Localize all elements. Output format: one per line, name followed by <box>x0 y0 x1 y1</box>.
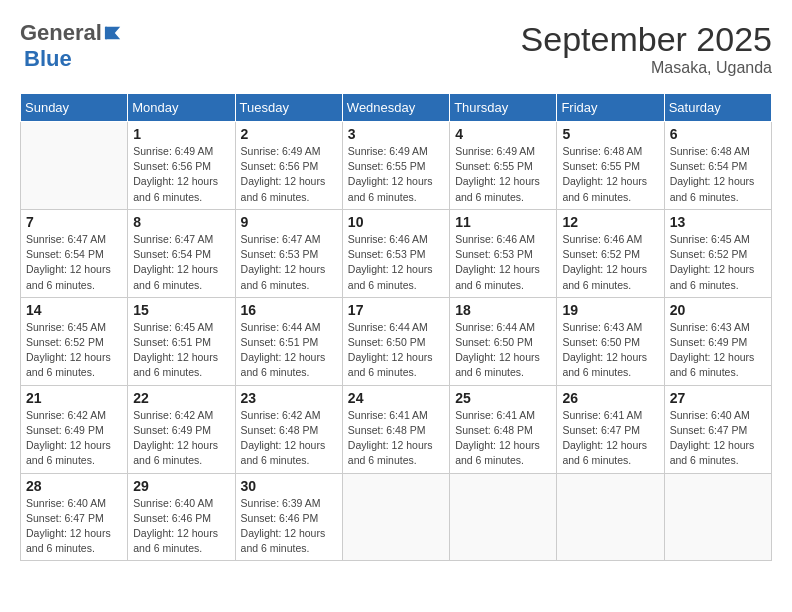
day-number: 26 <box>562 390 658 406</box>
calendar-week-row: 21Sunrise: 6:42 AM Sunset: 6:49 PM Dayli… <box>21 385 772 473</box>
calendar-cell: 29Sunrise: 6:40 AM Sunset: 6:46 PM Dayli… <box>128 473 235 561</box>
day-info: Sunrise: 6:43 AM Sunset: 6:49 PM Dayligh… <box>670 320 766 381</box>
calendar-cell: 1Sunrise: 6:49 AM Sunset: 6:56 PM Daylig… <box>128 122 235 210</box>
calendar-cell: 20Sunrise: 6:43 AM Sunset: 6:49 PM Dayli… <box>664 297 771 385</box>
day-number: 14 <box>26 302 122 318</box>
calendar-cell: 6Sunrise: 6:48 AM Sunset: 6:54 PM Daylig… <box>664 122 771 210</box>
day-number: 30 <box>241 478 337 494</box>
calendar-week-row: 28Sunrise: 6:40 AM Sunset: 6:47 PM Dayli… <box>21 473 772 561</box>
calendar-cell: 2Sunrise: 6:49 AM Sunset: 6:56 PM Daylig… <box>235 122 342 210</box>
calendar-week-row: 14Sunrise: 6:45 AM Sunset: 6:52 PM Dayli… <box>21 297 772 385</box>
day-info: Sunrise: 6:46 AM Sunset: 6:53 PM Dayligh… <box>455 232 551 293</box>
day-number: 11 <box>455 214 551 230</box>
day-info: Sunrise: 6:42 AM Sunset: 6:49 PM Dayligh… <box>26 408 122 469</box>
calendar-header-row: SundayMondayTuesdayWednesdayThursdayFrid… <box>21 94 772 122</box>
day-info: Sunrise: 6:40 AM Sunset: 6:47 PM Dayligh… <box>670 408 766 469</box>
calendar-cell <box>450 473 557 561</box>
day-of-week-header: Thursday <box>450 94 557 122</box>
day-info: Sunrise: 6:48 AM Sunset: 6:55 PM Dayligh… <box>562 144 658 205</box>
day-info: Sunrise: 6:49 AM Sunset: 6:56 PM Dayligh… <box>241 144 337 205</box>
calendar-cell: 11Sunrise: 6:46 AM Sunset: 6:53 PM Dayli… <box>450 209 557 297</box>
day-number: 1 <box>133 126 229 142</box>
day-number: 12 <box>562 214 658 230</box>
day-info: Sunrise: 6:45 AM Sunset: 6:52 PM Dayligh… <box>26 320 122 381</box>
day-info: Sunrise: 6:41 AM Sunset: 6:47 PM Dayligh… <box>562 408 658 469</box>
day-of-week-header: Tuesday <box>235 94 342 122</box>
calendar-cell: 12Sunrise: 6:46 AM Sunset: 6:52 PM Dayli… <box>557 209 664 297</box>
day-number: 6 <box>670 126 766 142</box>
day-number: 17 <box>348 302 444 318</box>
calendar-cell: 22Sunrise: 6:42 AM Sunset: 6:49 PM Dayli… <box>128 385 235 473</box>
calendar-cell: 13Sunrise: 6:45 AM Sunset: 6:52 PM Dayli… <box>664 209 771 297</box>
calendar-cell: 26Sunrise: 6:41 AM Sunset: 6:47 PM Dayli… <box>557 385 664 473</box>
day-number: 23 <box>241 390 337 406</box>
location: Masaka, Uganda <box>521 59 772 77</box>
day-info: Sunrise: 6:49 AM Sunset: 6:56 PM Dayligh… <box>133 144 229 205</box>
day-info: Sunrise: 6:45 AM Sunset: 6:51 PM Dayligh… <box>133 320 229 381</box>
calendar-cell <box>557 473 664 561</box>
month-title: September 2025 <box>521 20 772 59</box>
day-info: Sunrise: 6:42 AM Sunset: 6:49 PM Dayligh… <box>133 408 229 469</box>
day-number: 22 <box>133 390 229 406</box>
day-info: Sunrise: 6:46 AM Sunset: 6:53 PM Dayligh… <box>348 232 444 293</box>
day-number: 5 <box>562 126 658 142</box>
day-number: 7 <box>26 214 122 230</box>
calendar-cell: 28Sunrise: 6:40 AM Sunset: 6:47 PM Dayli… <box>21 473 128 561</box>
day-number: 9 <box>241 214 337 230</box>
calendar-cell: 24Sunrise: 6:41 AM Sunset: 6:48 PM Dayli… <box>342 385 449 473</box>
page-header: General Blue September 2025 Masaka, Ugan… <box>20 20 772 77</box>
day-number: 27 <box>670 390 766 406</box>
calendar-table: SundayMondayTuesdayWednesdayThursdayFrid… <box>20 93 772 561</box>
day-info: Sunrise: 6:47 AM Sunset: 6:54 PM Dayligh… <box>26 232 122 293</box>
calendar-cell: 17Sunrise: 6:44 AM Sunset: 6:50 PM Dayli… <box>342 297 449 385</box>
day-info: Sunrise: 6:49 AM Sunset: 6:55 PM Dayligh… <box>455 144 551 205</box>
day-info: Sunrise: 6:46 AM Sunset: 6:52 PM Dayligh… <box>562 232 658 293</box>
day-info: Sunrise: 6:39 AM Sunset: 6:46 PM Dayligh… <box>241 496 337 557</box>
day-info: Sunrise: 6:45 AM Sunset: 6:52 PM Dayligh… <box>670 232 766 293</box>
calendar-cell: 3Sunrise: 6:49 AM Sunset: 6:55 PM Daylig… <box>342 122 449 210</box>
calendar-week-row: 7Sunrise: 6:47 AM Sunset: 6:54 PM Daylig… <box>21 209 772 297</box>
day-of-week-header: Friday <box>557 94 664 122</box>
day-number: 2 <box>241 126 337 142</box>
day-number: 15 <box>133 302 229 318</box>
day-number: 29 <box>133 478 229 494</box>
day-of-week-header: Saturday <box>664 94 771 122</box>
day-number: 28 <box>26 478 122 494</box>
calendar-cell: 10Sunrise: 6:46 AM Sunset: 6:53 PM Dayli… <box>342 209 449 297</box>
calendar-cell <box>21 122 128 210</box>
day-info: Sunrise: 6:47 AM Sunset: 6:53 PM Dayligh… <box>241 232 337 293</box>
day-number: 10 <box>348 214 444 230</box>
calendar-cell: 19Sunrise: 6:43 AM Sunset: 6:50 PM Dayli… <box>557 297 664 385</box>
calendar-cell: 5Sunrise: 6:48 AM Sunset: 6:55 PM Daylig… <box>557 122 664 210</box>
title-block: September 2025 Masaka, Uganda <box>521 20 772 77</box>
day-info: Sunrise: 6:40 AM Sunset: 6:47 PM Dayligh… <box>26 496 122 557</box>
day-number: 8 <box>133 214 229 230</box>
day-number: 25 <box>455 390 551 406</box>
calendar-cell: 7Sunrise: 6:47 AM Sunset: 6:54 PM Daylig… <box>21 209 128 297</box>
day-info: Sunrise: 6:48 AM Sunset: 6:54 PM Dayligh… <box>670 144 766 205</box>
day-info: Sunrise: 6:41 AM Sunset: 6:48 PM Dayligh… <box>455 408 551 469</box>
calendar-cell: 15Sunrise: 6:45 AM Sunset: 6:51 PM Dayli… <box>128 297 235 385</box>
day-number: 4 <box>455 126 551 142</box>
day-info: Sunrise: 6:43 AM Sunset: 6:50 PM Dayligh… <box>562 320 658 381</box>
day-number: 18 <box>455 302 551 318</box>
day-info: Sunrise: 6:40 AM Sunset: 6:46 PM Dayligh… <box>133 496 229 557</box>
calendar-cell: 27Sunrise: 6:40 AM Sunset: 6:47 PM Dayli… <box>664 385 771 473</box>
calendar-cell: 4Sunrise: 6:49 AM Sunset: 6:55 PM Daylig… <box>450 122 557 210</box>
day-number: 13 <box>670 214 766 230</box>
calendar-cell <box>664 473 771 561</box>
logo-blue: Blue <box>24 46 72 71</box>
day-number: 3 <box>348 126 444 142</box>
calendar-cell: 14Sunrise: 6:45 AM Sunset: 6:52 PM Dayli… <box>21 297 128 385</box>
logo-general: General <box>20 20 102 46</box>
day-number: 19 <box>562 302 658 318</box>
calendar-cell: 21Sunrise: 6:42 AM Sunset: 6:49 PM Dayli… <box>21 385 128 473</box>
logo: General Blue <box>20 20 122 72</box>
calendar-cell: 18Sunrise: 6:44 AM Sunset: 6:50 PM Dayli… <box>450 297 557 385</box>
day-info: Sunrise: 6:42 AM Sunset: 6:48 PM Dayligh… <box>241 408 337 469</box>
calendar-cell: 30Sunrise: 6:39 AM Sunset: 6:46 PM Dayli… <box>235 473 342 561</box>
day-info: Sunrise: 6:44 AM Sunset: 6:51 PM Dayligh… <box>241 320 337 381</box>
day-of-week-header: Wednesday <box>342 94 449 122</box>
day-of-week-header: Sunday <box>21 94 128 122</box>
day-of-week-header: Monday <box>128 94 235 122</box>
